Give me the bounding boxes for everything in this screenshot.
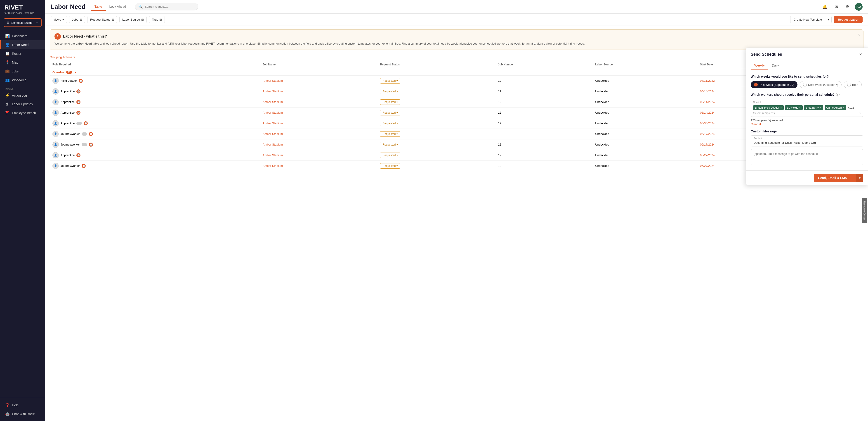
create-template-dropdown-button[interactable]: ▾ [825, 16, 831, 23]
sidebar-item-chat[interactable]: 🤖 Chat With Rosie [0, 410, 45, 418]
sidebar-item-dashboard[interactable]: 📊 Dashboard [0, 31, 45, 40]
tab-weekly[interactable]: Weekly [751, 61, 768, 70]
job-link[interactable]: Amber Stadium [263, 153, 283, 157]
grouping-actions-button[interactable]: Grouping Actions ▾ [50, 55, 75, 59]
job-link[interactable]: Amber Stadium [263, 79, 283, 82]
week-option-label: This Week (September 30) [759, 83, 794, 86]
clock-badge: 🕐 [84, 121, 88, 125]
request-status-filter-button[interactable]: Request Status ⊟ [87, 16, 117, 23]
clock-badge: 🕐 [76, 100, 81, 104]
job-link[interactable]: Amber Stadium [263, 132, 283, 136]
tab-daily[interactable]: Daily [768, 61, 782, 70]
job-link[interactable]: Amber Stadium [263, 143, 283, 146]
map-icon: 📍 [5, 60, 9, 64]
tab-look-ahead[interactable]: Look Ahead [106, 3, 130, 11]
grouping-row: Grouping Actions ▾ By start w... [45, 53, 868, 61]
sidebar-item-jobs[interactable]: 💼 Jobs [0, 67, 45, 76]
role-cell: 👤 Apprentice 🕐 [53, 120, 257, 127]
send-dropdown-button[interactable]: ▾ [856, 174, 863, 182]
role-name: Journeyworker [61, 164, 80, 168]
main-nav: 📊 Dashboard 👤 Labor Need 📋 Roster 📍 Map … [0, 30, 45, 398]
recipient-remove-button[interactable]: × [843, 106, 844, 109]
sidebar-item-labor-updates[interactable]: 🗑 Labor Updates [0, 100, 45, 108]
week-option-next-week[interactable]: Next Week (October 7) [800, 81, 842, 88]
clock-badge: 🕐 [89, 132, 93, 136]
sidebar-item-label: Roster [12, 52, 21, 55]
create-template-chevron-icon: ▾ [828, 18, 829, 21]
message-textarea[interactable] [751, 149, 863, 165]
col-job-name: Job Name [260, 61, 377, 68]
roster-icon: 📋 [5, 51, 9, 56]
role-avatar: 👤 [53, 141, 59, 148]
sidebar-item-roster[interactable]: 📋 Roster [0, 49, 45, 58]
info-banner-close-button[interactable]: × [858, 32, 860, 37]
labor-updates-icon: 🗑 [5, 102, 9, 106]
jobs-filter-icon: ⊟ [80, 18, 82, 21]
recipients-dropdown-chevron-icon[interactable]: ▾ [860, 112, 861, 115]
role-name: Apprentice [61, 121, 74, 125]
job-link[interactable]: Amber Stadium [263, 121, 283, 125]
custom-message-title: Custom Message [751, 130, 863, 133]
week-option-both[interactable]: Both [844, 81, 862, 88]
panel-tabs: Weekly Daily [746, 61, 868, 70]
job-link[interactable]: Amber Stadium [263, 90, 283, 93]
select-placeholder[interactable]: Select recipients [753, 111, 775, 115]
table-row: 👤 Apprentice 🕐 Amber Stadium Requested ▾… [50, 150, 868, 161]
sidebar: RIVET for Dustin Acker Demo Org ☰ Schedu… [0, 0, 45, 421]
recipient-remove-button[interactable]: × [780, 106, 782, 109]
labor-source: Undecided [592, 107, 698, 118]
table-row: 👤 Apprentice 🕐 Amber Stadium Requested ▾… [50, 107, 868, 118]
gear-icon: ⚙ [846, 4, 849, 9]
recipient-remove-button[interactable]: × [819, 106, 822, 109]
labor-source-filter-button[interactable]: Labor Source ⊟ [119, 16, 147, 23]
mail-button[interactable]: ✉ [832, 3, 840, 11]
week-option-this-week[interactable]: ✓ This Week (September 30) [751, 81, 798, 88]
recipient-remove-button[interactable]: × [799, 106, 801, 109]
user-avatar[interactable]: AO [855, 3, 863, 11]
schedule-builder-button[interactable]: ☰ Schedule Builder ＋ [4, 18, 41, 27]
job-link[interactable]: Amber Stadium [263, 100, 283, 104]
overdue-header[interactable]: Overdue 21 ▲ [50, 68, 868, 75]
sidebar-item-workforce[interactable]: 👥 Workforce [0, 76, 45, 84]
sidebar-item-help[interactable]: ❓ Help [0, 401, 45, 410]
chat-icon: 🤖 [5, 412, 9, 416]
employee-bench-icon: 🚩 [5, 111, 9, 115]
role-cell: 👤 Apprentice 🕐 [53, 99, 257, 105]
request-labor-button[interactable]: Request Labor [834, 16, 863, 23]
sidebar-bottom: ❓ Help 🤖 Chat With Rosie [0, 398, 45, 421]
create-template-button[interactable]: Create New Template [790, 16, 825, 23]
sidebar-item-map[interactable]: 📍 Map [0, 58, 45, 67]
panel-close-button[interactable]: × [858, 51, 863, 57]
role-name: Journeyworker [61, 132, 80, 136]
search-box[interactable]: 🔍 [135, 3, 198, 10]
plus-count: +121 [848, 106, 854, 109]
sidebar-item-employee-bench[interactable]: 🚩 Employee Bench [0, 108, 45, 117]
job-link[interactable]: Amber Stadium [263, 164, 283, 168]
status-badge: Requested ▾ [380, 152, 400, 158]
tab-table[interactable]: Table [91, 3, 105, 11]
notification-bell-button[interactable]: 🔔 [821, 3, 829, 11]
jobs-filter-button[interactable]: Jobs ⊟ [69, 16, 85, 23]
tags-filter-button[interactable]: Tags ⊟ [149, 16, 165, 23]
subject-input[interactable] [751, 140, 863, 146]
request-status-label: Request Status [90, 18, 110, 21]
panel-header: Send Schedules × [746, 48, 868, 61]
resource-center-tab[interactable]: Resource Center [862, 198, 867, 223]
sidebar-item-action-log[interactable]: ⚡ Action Log [0, 91, 45, 100]
tools-section-label: TOOLS [0, 84, 45, 91]
job-link[interactable]: Amber Stadium [263, 111, 283, 114]
sidebar-item-labor-need[interactable]: 👤 Labor Need [0, 40, 45, 49]
search-input[interactable] [145, 5, 195, 8]
send-btn-label: Send, Email & SMS [818, 176, 847, 180]
table-row: 👤 Field Leader 🕐 Amber Stadium Requested… [50, 75, 868, 86]
status-badge: Requested ▾ [380, 89, 400, 94]
settings-button[interactable]: ⚙ [844, 3, 851, 11]
clear-all-link[interactable]: Clear all [751, 122, 863, 126]
table-wrapper: Role Required Job Name Request Status Jo… [50, 61, 868, 171]
circle-icon [847, 83, 851, 86]
views-filter-button[interactable]: views ▾ [51, 16, 67, 23]
workers-info-icon[interactable]: ℹ [836, 93, 839, 96]
send-email-sms-button[interactable]: Send, Email & SMS → [814, 174, 856, 182]
clock-badge: 🕐 [76, 153, 81, 157]
labor-source: Undecided [592, 118, 698, 129]
